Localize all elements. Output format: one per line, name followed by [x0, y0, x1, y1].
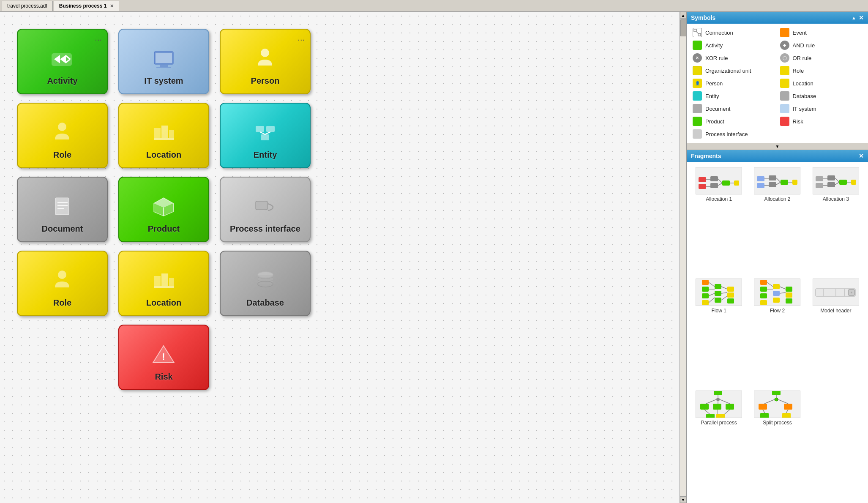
symbol-location[interactable]: Location [778, 77, 865, 90]
fragment-flow1[interactable]: Flow 1 [692, 279, 746, 386]
fragment-allocation3-label: Allocation 3 [823, 196, 849, 202]
symbol-or[interactable]: ◯ OR rule [778, 52, 865, 64]
symbol-itsystem[interactable]: IT system [778, 102, 865, 115]
svg-rect-31 [161, 273, 168, 286]
fragment-allocation1[interactable]: Allocation 1 [692, 167, 746, 274]
symbol-connection-label: Connection [705, 30, 733, 36]
svg-line-79 [709, 282, 715, 287]
symbol-product[interactable]: Product [690, 115, 778, 128]
card-product-icon [152, 196, 175, 221]
symbol-role-label: Role [793, 68, 804, 74]
svg-rect-112 [714, 391, 722, 396]
svg-rect-43 [699, 184, 706, 189]
canvas-area[interactable]: ... Activity [0, 12, 680, 503]
symbol-and[interactable]: ◆ AND rule [778, 39, 865, 52]
scroll-down-button[interactable]: ▼ [680, 496, 687, 503]
fragment-allocation2[interactable]: Allocation 2 [750, 167, 804, 274]
symbol-process[interactable]: Process interface [690, 128, 778, 140]
svg-line-130 [778, 399, 788, 404]
symbol-database[interactable]: Database [778, 90, 865, 102]
process-icon [693, 129, 702, 139]
symbols-content: Connection Activity ✕ XOR rule Organ [687, 24, 868, 143]
card-activity-label: Activity [47, 76, 77, 86]
svg-line-71 [835, 182, 839, 185]
location-icon [780, 79, 789, 88]
svg-rect-52 [734, 180, 739, 186]
card-role-2-icon [51, 270, 74, 295]
symbol-entity-label: Entity [705, 93, 719, 99]
card-entity[interactable]: Entity [220, 103, 311, 168]
fragment-flow2[interactable]: Flow 2 [750, 279, 804, 386]
card-role-1[interactable]: Role [17, 103, 108, 168]
svg-line-18 [260, 132, 265, 134]
fragment-model-header[interactable]: ≡ Model header [809, 279, 863, 386]
card-process-interface[interactable]: Process interface [220, 177, 311, 242]
fragments-panel-close[interactable]: ✕ [859, 153, 864, 159]
card-person-label: Person [251, 76, 280, 86]
symbol-risk[interactable]: Risk [778, 115, 865, 128]
card-location-2[interactable]: Location [118, 251, 209, 316]
fragment-split-process[interactable]: Split process [750, 391, 804, 498]
svg-rect-13 [169, 130, 174, 138]
svg-line-48 [718, 179, 722, 183]
symbol-event[interactable]: Event [778, 26, 865, 39]
symbol-role[interactable]: Role [778, 64, 865, 77]
tab-close-button[interactable]: ✕ [110, 3, 114, 9]
card-document[interactable]: Document [17, 177, 108, 242]
symbol-connection[interactable]: Connection [690, 26, 778, 39]
fragment-model-header-label: Model header [820, 308, 851, 314]
fragment-flow2-thumb [754, 279, 800, 306]
card-database[interactable]: Database [220, 251, 311, 316]
fragment-flow1-thumb [696, 279, 742, 306]
tab-label-1: travel process.adf [7, 3, 47, 9]
app-container: travel process.adf Business process 1 ✕ … [0, 0, 868, 503]
svg-rect-124 [706, 414, 715, 418]
symbol-document[interactable]: Document [690, 102, 778, 115]
svg-rect-15 [256, 126, 264, 132]
card-role-2-label: Role [53, 298, 71, 308]
svg-rect-30 [154, 276, 161, 286]
tab-travel-process[interactable]: travel process.adf [2, 1, 53, 11]
symbol-org[interactable]: Organizational unit [690, 64, 778, 77]
svg-point-36 [258, 281, 273, 287]
card-product[interactable]: Product [118, 177, 209, 242]
symbol-person[interactable]: 👤 Person [690, 77, 778, 90]
fragments-grid: Allocation 1 [687, 162, 868, 503]
canvas-scrollbar[interactable]: ▲ ▼ [680, 12, 686, 503]
tab-business-process[interactable]: Business process 1 ✕ [54, 1, 120, 11]
svg-rect-39 [694, 29, 696, 32]
scroll-thumb[interactable] [680, 19, 686, 36]
card-process-interface-icon [254, 198, 277, 221]
risk-icon [780, 117, 789, 126]
fragment-parallel-process[interactable]: Parallel process [692, 391, 746, 498]
main-layout: ... Activity [0, 12, 868, 503]
symbol-activity[interactable]: Activity [690, 39, 778, 52]
svg-line-59 [776, 178, 781, 182]
symbol-event-label: Event [793, 30, 807, 36]
card-person[interactable]: ... Person [220, 29, 311, 94]
card-activity[interactable]: ... Activity [17, 29, 108, 94]
fragments-section: Fragments ✕ [687, 150, 868, 503]
symbol-xor-label: XOR rule [705, 55, 728, 61]
card-location-1[interactable]: Location [118, 103, 209, 168]
connection-icon [693, 28, 702, 37]
svg-text:≡: ≡ [850, 291, 852, 295]
entity-icon [693, 91, 702, 101]
card-risk[interactable]: ! Risk [118, 325, 209, 390]
svg-point-128 [775, 398, 778, 401]
fragments-panel-title: Fragments [691, 153, 721, 159]
symbols-section: Symbols ▲ ✕ [687, 12, 868, 150]
symbols-panel-close[interactable]: ✕ [859, 14, 864, 21]
symbols-scroll-down[interactable]: ▼ [687, 143, 868, 150]
symbol-person-label: Person [705, 80, 723, 87]
card-document-label: Document [42, 224, 83, 234]
symbols-panel-header: Symbols ▲ ✕ [687, 12, 868, 24]
card-role-2[interactable]: Role [17, 251, 108, 316]
scroll-up-button[interactable]: ▲ [680, 12, 687, 19]
symbol-entity[interactable]: Entity [690, 90, 778, 102]
card-it-system[interactable]: IT system [118, 29, 209, 94]
svg-rect-50 [722, 180, 730, 186]
symbols-scroll-up[interactable]: ▲ [852, 15, 856, 20]
fragment-allocation3[interactable]: Allocation 3 [809, 167, 863, 274]
symbol-xor[interactable]: ✕ XOR rule [690, 52, 778, 64]
